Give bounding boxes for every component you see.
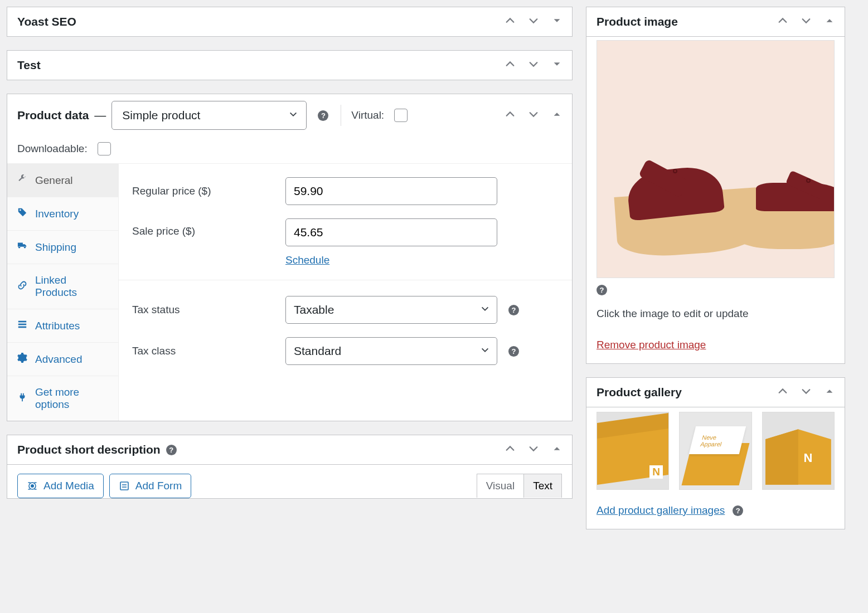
svg-rect-1 (18, 324, 26, 325)
virtual-checkbox[interactable] (394, 109, 408, 122)
gear-icon (16, 353, 28, 366)
chevron-down-icon (480, 344, 490, 358)
svg-rect-5 (120, 482, 128, 490)
move-up-icon[interactable] (505, 16, 515, 28)
move-up-icon[interactable] (505, 59, 515, 72)
chevron-down-icon (480, 303, 490, 317)
chevron-down-icon (288, 109, 298, 122)
panel-product-data: Product data — Simple product ? Virtual: (7, 94, 573, 421)
product-data-tabs: General Inventory Shipping Linked Produc… (7, 164, 119, 421)
tab-content-general: Regular price ($) Sale price ($) Schedul… (119, 164, 572, 421)
downloadable-checkbox[interactable] (98, 142, 111, 155)
toggle-icon[interactable] (825, 16, 835, 28)
svg-rect-0 (18, 321, 26, 323)
move-up-icon[interactable] (505, 109, 515, 122)
move-down-icon[interactable] (528, 109, 539, 122)
sale-price-input[interactable] (285, 218, 497, 246)
help-icon[interactable]: ? (508, 346, 519, 357)
toggle-icon[interactable] (825, 386, 835, 399)
panel-product-short-description: Product short description ? Add Media (7, 435, 573, 499)
sale-price-label: Sale price ($) (132, 218, 274, 237)
move-down-icon[interactable] (528, 16, 539, 28)
panel-test: Test (7, 50, 573, 80)
tab-inventory[interactable]: Inventory (7, 197, 118, 231)
move-up-icon[interactable] (778, 16, 788, 28)
panel-title-product-gallery: Product gallery (597, 386, 682, 399)
virtual-label: Virtual: (351, 109, 384, 121)
panel-product-image: Product image (586, 7, 845, 364)
tab-shipping[interactable]: Shipping (7, 231, 118, 264)
tag-icon (16, 207, 28, 220)
move-down-icon[interactable] (528, 444, 539, 456)
tab-general[interactable]: General (7, 164, 118, 197)
tax-status-label: Tax status (132, 304, 274, 316)
product-featured-image[interactable] (597, 40, 835, 278)
tax-class-label: Tax class (132, 345, 274, 357)
move-down-icon[interactable] (528, 59, 539, 72)
help-icon[interactable]: ? (166, 445, 177, 455)
toggle-icon[interactable] (552, 444, 562, 456)
tab-advanced[interactable]: Advanced (7, 343, 118, 376)
remove-product-image-link[interactable]: Remove product image (597, 339, 706, 351)
wrench-icon (16, 174, 28, 187)
tab-get-more-options[interactable]: Get more options (7, 376, 118, 421)
tab-attributes[interactable]: Attributes (7, 309, 118, 343)
add-form-button[interactable]: Add Form (109, 474, 191, 498)
move-up-icon[interactable] (778, 386, 788, 399)
panel-product-gallery: Product gallery N (586, 377, 845, 529)
help-icon[interactable]: ? (733, 505, 743, 516)
help-icon[interactable]: ? (318, 110, 328, 121)
svg-point-4 (31, 485, 33, 487)
downloadable-label: Downloadable: (17, 143, 88, 155)
product-image-hint: Click the image to edit or update (597, 308, 835, 320)
gallery-thumb[interactable]: N (597, 412, 669, 490)
move-up-icon[interactable] (505, 444, 515, 456)
panel-title-product-data: Product data (17, 109, 89, 122)
gallery-thumb[interactable]: N (762, 412, 835, 490)
product-type-select[interactable]: Simple product (111, 101, 307, 130)
toggle-icon[interactable] (552, 109, 562, 122)
truck-icon (16, 241, 28, 254)
add-media-button[interactable]: Add Media (17, 474, 104, 498)
toggle-icon[interactable] (552, 16, 562, 28)
toggle-icon[interactable] (552, 59, 562, 72)
regular-price-label: Regular price ($) (132, 185, 274, 197)
panel-yoast-seo: Yoast SEO (7, 7, 573, 37)
tab-linked-products[interactable]: Linked Products (7, 264, 118, 309)
editor-tab-visual[interactable]: Visual (477, 474, 524, 498)
link-icon (16, 280, 28, 293)
gallery-thumb[interactable]: NeveApparel (679, 412, 751, 490)
editor-tab-text[interactable]: Text (524, 474, 562, 498)
plug-icon (16, 392, 28, 405)
move-down-icon[interactable] (801, 386, 811, 399)
panel-title-product-image: Product image (597, 15, 678, 28)
panel-title-short-desc: Product short description (17, 443, 161, 456)
help-icon[interactable]: ? (597, 285, 607, 295)
panel-title-seo: Yoast SEO (17, 15, 76, 28)
add-gallery-images-link[interactable]: Add product gallery images (597, 504, 725, 517)
list-icon (16, 319, 28, 332)
move-down-icon[interactable] (801, 16, 811, 28)
svg-rect-2 (18, 327, 26, 328)
tax-class-select[interactable]: Standard (285, 337, 497, 365)
schedule-link[interactable]: Schedule (285, 254, 329, 266)
help-icon[interactable]: ? (508, 305, 519, 315)
tax-status-select[interactable]: Taxable (285, 296, 497, 324)
panel-title-test: Test (17, 59, 41, 72)
regular-price-input[interactable] (285, 177, 497, 205)
